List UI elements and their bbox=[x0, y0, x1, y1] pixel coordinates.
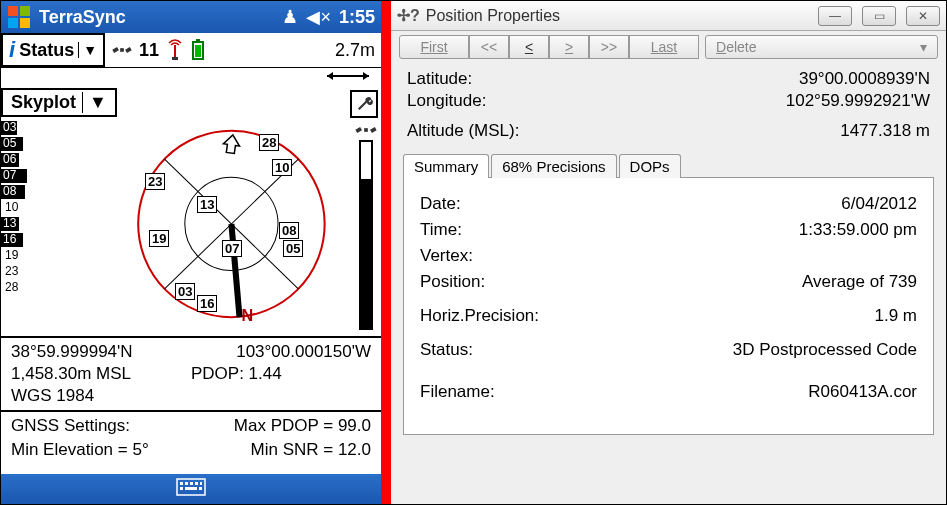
maximize-button[interactable]: ▭ bbox=[862, 6, 896, 26]
top-props: Latitude:39°00.0008939'N Longitude:102°5… bbox=[391, 63, 946, 147]
time-label: Time: bbox=[420, 220, 462, 240]
svg-rect-23 bbox=[185, 482, 188, 485]
keyboard-icon[interactable] bbox=[176, 478, 206, 500]
snr-row: 07 bbox=[1, 168, 47, 184]
chevron-down-icon: ▼ bbox=[78, 42, 97, 58]
latitude: 38°59.999994'N bbox=[11, 342, 191, 362]
hprec-label: Horiz.Precision: bbox=[420, 306, 539, 326]
toolbar-row-2: Skyplot ▼ bbox=[1, 88, 381, 118]
snr-row: 03 bbox=[1, 120, 47, 136]
last-button[interactable]: Last bbox=[629, 35, 699, 59]
minimize-button[interactable]: — bbox=[818, 6, 852, 26]
position-label: Position: bbox=[420, 272, 485, 292]
next-page-button[interactable]: >> bbox=[589, 35, 629, 59]
settings-button[interactable] bbox=[350, 90, 378, 118]
svg-text:N: N bbox=[242, 306, 254, 324]
snr-row: 06 bbox=[1, 152, 47, 168]
gnss-block: GNSS Settings: Max PDOP = 99.0 Min Eleva… bbox=[1, 410, 381, 464]
chevron-down-icon: ▼ bbox=[82, 92, 107, 113]
alt-label: Altitude (MSL): bbox=[407, 121, 519, 141]
svg-rect-18 bbox=[355, 127, 362, 133]
coords-block: 38°59.999994'N 103°00.000150'W 1,458.30m… bbox=[1, 336, 381, 410]
skyplot-dropdown[interactable]: Skyplot ▼ bbox=[1, 88, 117, 117]
sat-label: 16 bbox=[197, 295, 217, 312]
tab-summary[interactable]: Summary bbox=[403, 154, 489, 178]
gnss-label: GNSS Settings: bbox=[11, 416, 191, 436]
sat-label: 05 bbox=[283, 240, 303, 257]
first-button[interactable]: First bbox=[399, 35, 469, 59]
tab-body-summary: Date:6/04/2012 Time:1:33:59.000 pm Verte… bbox=[403, 177, 934, 435]
snr-row: 08 bbox=[1, 184, 47, 200]
record-nav: First << < > >> Last Delete▾ bbox=[399, 35, 938, 59]
next-button[interactable]: > bbox=[549, 35, 589, 59]
signal-column bbox=[351, 118, 381, 336]
pane-divider bbox=[381, 1, 391, 504]
vertex-label: Vertex: bbox=[420, 246, 473, 266]
sat-label: 28 bbox=[259, 134, 279, 151]
svg-rect-5 bbox=[125, 47, 132, 53]
skyplot[interactable]: N 28102313190708050316 bbox=[47, 118, 351, 336]
altitude: 1,458.30m MSL bbox=[11, 364, 191, 384]
filename-value: R060413A.cor bbox=[808, 382, 917, 402]
snr-row: 10 bbox=[1, 200, 47, 216]
lon-label: Longitude: bbox=[407, 91, 486, 111]
svg-rect-2 bbox=[8, 18, 18, 28]
connectivity-icon[interactable]: ♟ bbox=[282, 6, 298, 28]
longitude: 103°00.000150'W bbox=[191, 342, 371, 362]
svg-rect-7 bbox=[172, 57, 178, 60]
pda-titlebar: TerraSync ♟ ◀× 1:55 bbox=[1, 1, 381, 33]
terrasync-pane: TerraSync ♟ ◀× 1:55 i Status ▼ 11 bbox=[1, 1, 381, 504]
status-dropdown[interactable]: i Status ▼ bbox=[1, 33, 105, 67]
alt-value: 1477.318 m bbox=[840, 121, 930, 141]
svg-rect-9 bbox=[196, 39, 200, 42]
tab-dops[interactable]: DOPs bbox=[619, 154, 681, 178]
prev-page-button[interactable]: << bbox=[469, 35, 509, 59]
prev-button[interactable]: < bbox=[509, 35, 549, 59]
datum: WGS 1984 bbox=[11, 386, 371, 406]
satellite-icon bbox=[355, 122, 377, 138]
snr-row: 13 bbox=[1, 216, 47, 232]
distance: 2.7m bbox=[335, 40, 375, 61]
lon-value: 102°59.9992921'W bbox=[786, 91, 930, 111]
distance-arrow-icon bbox=[323, 68, 373, 86]
sat-label: 08 bbox=[279, 222, 299, 239]
svg-line-16 bbox=[231, 224, 239, 317]
svg-rect-6 bbox=[120, 48, 124, 52]
status-icons: 11 2.7m bbox=[105, 33, 381, 67]
pdop: PDOP: 1.44 bbox=[191, 364, 371, 384]
windows-logo-icon bbox=[7, 5, 31, 29]
max-pdop: Max PDOP = 99.0 bbox=[191, 416, 371, 436]
svg-rect-24 bbox=[190, 482, 193, 485]
window-titlebar: ✢? Position Properties — ▭ ✕ bbox=[391, 1, 946, 31]
battery-icon bbox=[191, 39, 205, 61]
svg-rect-4 bbox=[112, 47, 119, 53]
tab-precisions[interactable]: 68% Precisions bbox=[491, 154, 616, 178]
app-title: TerraSync bbox=[39, 7, 126, 28]
svg-rect-3 bbox=[20, 18, 30, 28]
clock: 1:55 bbox=[339, 7, 375, 28]
sat-label: 13 bbox=[197, 196, 217, 213]
time-value: 1:33:59.000 pm bbox=[799, 220, 917, 240]
sat-label: 23 bbox=[145, 173, 165, 190]
delete-button[interactable]: Delete▾ bbox=[705, 35, 938, 59]
volume-icon[interactable]: ◀× bbox=[306, 6, 331, 28]
lat-value: 39°00.0008939'N bbox=[799, 69, 930, 89]
help-icon[interactable]: ✢? bbox=[397, 6, 420, 25]
min-snr: Min SNR = 12.0 bbox=[191, 440, 371, 460]
snr-row: 16 bbox=[1, 232, 47, 248]
position-value: Average of 739 bbox=[802, 272, 917, 292]
svg-rect-25 bbox=[195, 482, 198, 485]
svg-rect-0 bbox=[8, 6, 18, 16]
satellite-icon bbox=[111, 39, 133, 61]
sat-label: 03 bbox=[175, 283, 195, 300]
svg-rect-20 bbox=[364, 128, 368, 132]
date-label: Date: bbox=[420, 194, 461, 214]
sat-count: 11 bbox=[139, 40, 159, 61]
close-button[interactable]: ✕ bbox=[906, 6, 940, 26]
pda-bottombar bbox=[1, 474, 381, 504]
signal-bar bbox=[359, 140, 373, 330]
status-value: 3D Postprocessed Code bbox=[733, 340, 917, 360]
status-label: Status: bbox=[420, 340, 473, 360]
sat-label: 19 bbox=[149, 230, 169, 247]
svg-rect-19 bbox=[370, 127, 377, 133]
